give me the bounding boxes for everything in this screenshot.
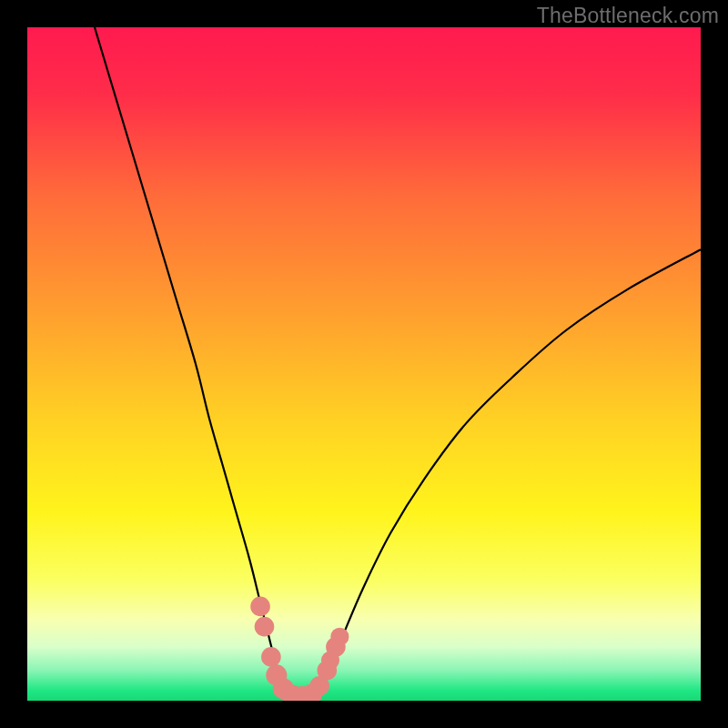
curve-marker <box>250 597 270 617</box>
curve-markers <box>250 597 349 701</box>
watermark-text: TheBottleneck.com <box>537 4 719 28</box>
bottleneck-curve <box>27 27 701 701</box>
curve-marker <box>261 647 281 667</box>
chart-frame: TheBottleneck.com <box>0 0 728 728</box>
curve-path <box>95 27 701 699</box>
curve-marker <box>255 617 275 637</box>
plot-area <box>27 27 701 701</box>
curve-marker <box>330 628 349 646</box>
